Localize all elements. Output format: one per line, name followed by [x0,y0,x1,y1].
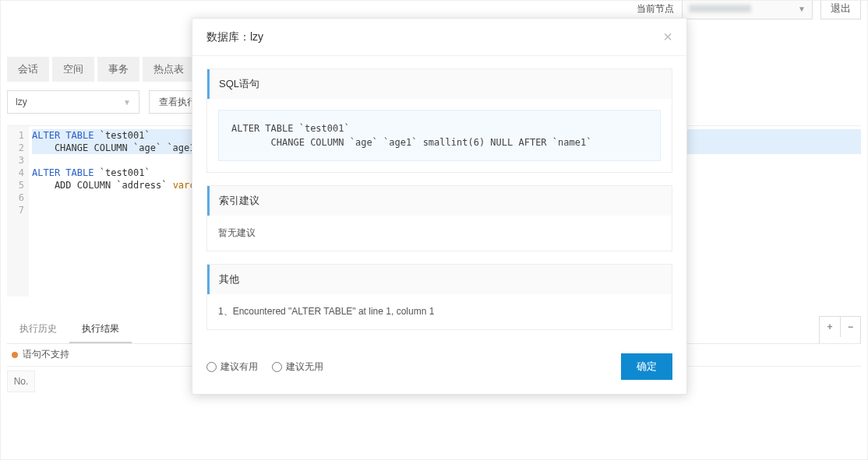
sql-advice-modal: 数据库：lzy × SQL语句 ALTER TABLE `test001` CH… [192,18,687,395]
radio-useful-label: 建议有用 [221,360,258,374]
radio-useless-label: 建议无用 [286,360,323,374]
section-index-head: 索引建议 [207,186,672,216]
radio-useless[interactable]: 建议无用 [272,360,323,374]
feedback-radio-group: 建议有用 建议无用 [206,360,323,374]
modal-title: 数据库：lzy [206,30,263,44]
section-sql-head: SQL语句 [207,69,672,99]
ok-button[interactable]: 确定 [621,353,672,380]
close-icon[interactable]: × [663,28,672,46]
section-other-head: 其他 [207,265,672,294]
sql-statement-block: ALTER TABLE `test001` CHANGE COLUMN `age… [218,110,661,161]
section-other-body: 1、Encountered "ALTER TABLE" at line 1, c… [207,294,672,329]
radio-useful[interactable]: 建议有用 [206,360,258,374]
section-index-body: 暂无建议 [207,216,672,251]
